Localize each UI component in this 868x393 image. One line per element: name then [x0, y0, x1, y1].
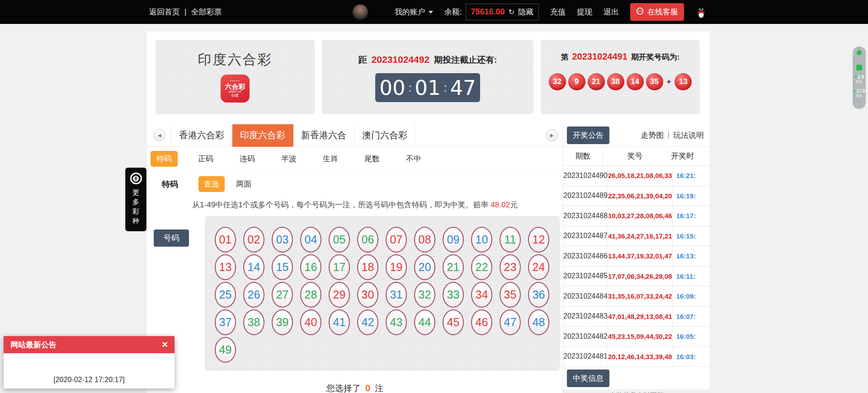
lottery-tab[interactable]: 澳门六合彩	[354, 124, 415, 147]
eight-ball-number: 8	[133, 176, 139, 182]
win-info-footer-note: 中奖信息实时更新	[563, 389, 710, 393]
network-speed-widget[interactable]: 2.9 K/s 17.5 K/s	[853, 47, 866, 109]
play-rules-link[interactable]: 玩法说明	[673, 130, 704, 140]
number-ball[interactable]: 33	[443, 282, 464, 308]
qq-icon[interactable]	[695, 6, 707, 19]
play-type-tab[interactable]: 半波	[275, 151, 302, 167]
play-type-tab[interactable]: 特码	[151, 151, 178, 167]
number-ball[interactable]: 27	[272, 282, 293, 308]
hide-balance-link[interactable]: 隐藏	[518, 7, 533, 17]
play-type-tab[interactable]: 连码	[234, 151, 261, 167]
results-table-body: 2023102449026,05,18,21,08,06,3316:21:202…	[563, 166, 710, 367]
number-ball[interactable]: 38	[243, 309, 264, 335]
announcement-popup-body: [2020-02-12 17:20:17]	[4, 353, 175, 388]
number-ball[interactable]: 34	[471, 282, 492, 308]
number-ball[interactable]: 11	[500, 227, 521, 253]
recharge-link[interactable]: 充值	[550, 7, 566, 17]
play-type-tab[interactable]: 生肖	[317, 151, 344, 167]
number-ball[interactable]: 43	[386, 309, 407, 335]
number-ball[interactable]: 48	[528, 309, 549, 335]
number-ball[interactable]: 05	[329, 227, 350, 253]
number-ball[interactable]: 12	[528, 227, 549, 253]
number-ball[interactable]: 41	[329, 309, 350, 335]
logout-link[interactable]: 退出	[604, 7, 619, 17]
number-ball[interactable]: 28	[300, 282, 321, 308]
number-ball[interactable]: 39	[272, 309, 293, 335]
time-cell: 16:09:	[673, 286, 710, 306]
time-cell: 16:15:	[673, 226, 710, 246]
play-type-tab[interactable]: 尾数	[359, 151, 386, 167]
close-icon[interactable]: ×	[162, 340, 168, 349]
number-ball[interactable]: 44	[414, 309, 435, 335]
number-ball[interactable]: 18	[357, 254, 378, 280]
number-ball[interactable]: 32	[414, 282, 435, 308]
number-ball[interactable]: 30	[357, 282, 378, 308]
number-ball[interactable]: 20	[414, 254, 435, 280]
lottery-tab[interactable]: 印度六合彩	[232, 124, 293, 147]
number-ball[interactable]: 26	[243, 282, 264, 308]
refresh-balance-icon[interactable]: ↻	[509, 8, 514, 16]
number-ball[interactable]: 14	[243, 254, 264, 280]
tabs-scroll-left-button[interactable]: ◀	[153, 129, 165, 141]
number-ball[interactable]: 42	[357, 309, 378, 335]
tabs-scroll-right-button[interactable]: ▶	[546, 129, 558, 141]
number-ball[interactable]: 13	[215, 254, 236, 280]
number-ball[interactable]: 21	[443, 254, 464, 280]
odds-unit: 元	[510, 201, 518, 209]
lottery-tab-strip: 香港六合彩印度六合彩新香港六合澳门六合彩	[171, 124, 415, 147]
number-ball[interactable]: 37	[215, 309, 236, 335]
user-avatar[interactable]	[353, 5, 368, 20]
number-ball[interactable]: 35	[500, 282, 521, 308]
play-type-tab[interactable]: 不中	[400, 151, 427, 167]
number-ball[interactable]: 07	[386, 227, 407, 253]
number-ball[interactable]: 04	[300, 227, 321, 253]
win-info-button[interactable]: 中奖信息	[567, 370, 609, 387]
balance-area: 余额: 75616.00 ↻ 隐藏	[444, 4, 539, 20]
number-ball[interactable]: 31	[386, 282, 407, 308]
my-account-menu[interactable]: 我的账户	[395, 7, 433, 17]
announcement-popup-header: 网站最新公告 ×	[4, 336, 175, 353]
number-ball[interactable]: 46	[471, 309, 492, 335]
bet-mode-tab[interactable]: 两面	[231, 176, 257, 192]
number-ball[interactable]: 25	[215, 282, 236, 308]
home-link[interactable]: 返回首页	[149, 7, 180, 17]
numbers-cell: 26,05,18,21,08,06,33	[608, 166, 673, 186]
number-ball[interactable]: 22	[471, 254, 492, 280]
number-ball[interactable]: 06	[357, 227, 378, 253]
number-ball[interactable]: 29	[329, 282, 350, 308]
lottery-tab[interactable]: 香港六合彩	[171, 124, 232, 147]
number-ball[interactable]: 03	[272, 227, 293, 253]
all-lottery-link[interactable]: 全部彩票	[191, 7, 222, 17]
number-ball[interactable]: 09	[443, 227, 464, 253]
number-ball[interactable]: 16	[300, 254, 321, 280]
number-ball[interactable]: 45	[443, 309, 464, 335]
period-cell: 20231024486	[563, 246, 608, 266]
headset-icon	[636, 7, 644, 17]
number-ball[interactable]: 17	[329, 254, 350, 280]
number-ball[interactable]: 23	[500, 254, 521, 280]
number-ball[interactable]: 01	[215, 227, 236, 253]
number-ball[interactable]: 36	[528, 282, 549, 308]
number-ball[interactable]: 08	[414, 227, 435, 253]
bet-mode-tab[interactable]: 直选	[198, 176, 225, 192]
number-ball[interactable]: 19	[386, 254, 407, 280]
lottery-tab[interactable]: 新香港六合	[293, 124, 354, 147]
online-service-button[interactable]: 在线客服	[630, 3, 684, 21]
more-lottery-tab[interactable]: 8 更多彩种	[125, 168, 146, 231]
countdown-period: 20231024492	[372, 54, 429, 65]
draw-announcement-button[interactable]: 开奖公告	[567, 126, 609, 144]
number-ball[interactable]: 10	[471, 227, 492, 253]
number-ball[interactable]: 49	[215, 337, 236, 363]
withdraw-link[interactable]: 提现	[577, 7, 592, 17]
number-ball[interactable]: 02	[243, 227, 264, 253]
number-ball[interactable]: 15	[272, 254, 293, 280]
result-row: 2023102448741,36,24,27,16,17,2116:15:	[563, 226, 710, 247]
number-ball-grid: 0102030405060708091011121314151617181920…	[205, 216, 560, 371]
odds-value: 48.02	[491, 201, 510, 209]
number-ball[interactable]: 40	[300, 309, 321, 335]
timer-colon: :	[408, 81, 412, 94]
number-ball[interactable]: 47	[500, 309, 521, 335]
trend-chart-link[interactable]: 走势图	[641, 130, 664, 140]
play-type-tab[interactable]: 正码	[192, 151, 219, 167]
number-ball[interactable]: 24	[528, 254, 549, 280]
